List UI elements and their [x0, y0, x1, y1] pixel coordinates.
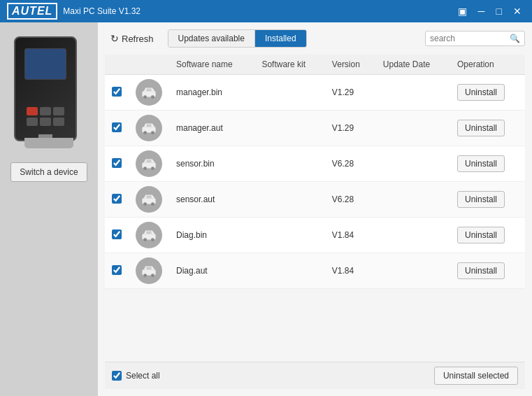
row-version: V1.29	[325, 111, 376, 146]
row-operation: Uninstall	[450, 146, 525, 182]
svg-rect-3	[146, 89, 151, 92]
row-checkbox-5[interactable]	[112, 265, 122, 275]
svg-point-6	[151, 131, 154, 134]
row-name: sensor.aut	[169, 182, 254, 218]
search-icon: 🔍	[510, 34, 520, 43]
row-kit	[254, 75, 324, 111]
device-btn-5	[40, 118, 51, 126]
svg-point-5	[143, 131, 147, 134]
svg-rect-19	[146, 232, 151, 234]
uninstall-button-2[interactable]: Uninstall	[457, 155, 505, 172]
col-software-kit: Software kit	[254, 55, 324, 75]
maximize-button[interactable]: □	[493, 5, 505, 17]
device-body	[14, 36, 77, 141]
tab-updates[interactable]: Updates available	[168, 30, 255, 47]
svg-point-22	[151, 274, 154, 277]
row-kit	[254, 182, 324, 218]
row-kit	[254, 111, 324, 146]
row-checkbox-cell	[105, 253, 129, 289]
row-icon-cell	[129, 111, 169, 146]
row-name: manager.bin	[169, 75, 254, 111]
table-row: sensor.aut V6.28 Uninstall	[105, 182, 525, 218]
svg-point-17	[143, 238, 147, 241]
device-btn-3	[53, 107, 64, 115]
car-icon-circle	[136, 186, 162, 213]
uninstall-selected-button[interactable]: Uninstall selected	[434, 367, 518, 385]
row-update-date	[376, 253, 450, 289]
svg-point-21	[143, 274, 147, 277]
row-checkbox-cell	[105, 146, 129, 182]
row-kit	[254, 218, 324, 253]
device-screen	[24, 48, 66, 80]
row-checkbox-3[interactable]	[112, 194, 122, 204]
refresh-icon: ↻	[110, 33, 119, 44]
car-icon	[141, 192, 157, 206]
footer-row: Select all Uninstall selected	[105, 362, 525, 389]
device-btn-1	[27, 107, 38, 115]
device-btn-2	[40, 107, 51, 115]
row-checkbox-1[interactable]	[112, 122, 122, 132]
row-name: manager.aut	[169, 111, 254, 146]
footer-left: Select all	[112, 371, 160, 381]
title-bar-left: AUTEL Maxi PC Suite V1.32	[7, 3, 141, 20]
close-button[interactable]: ✕	[510, 5, 525, 17]
toolbar: ↻ Refresh Updates available Installed 🔍	[105, 29, 525, 48]
device-stand	[24, 138, 73, 148]
row-checkbox-0[interactable]	[112, 87, 122, 97]
uninstall-button-0[interactable]: Uninstall	[457, 84, 505, 101]
uninstall-button-5[interactable]: Uninstall	[457, 262, 505, 279]
device-btn-6	[53, 118, 64, 126]
search-box: 🔍	[425, 31, 525, 46]
row-name: Diag.aut	[169, 253, 254, 289]
row-operation: Uninstall	[450, 218, 525, 253]
uninstall-button-1[interactable]: Uninstall	[457, 120, 505, 136]
title-bar-title: Maxi PC Suite V1.32	[63, 6, 141, 16]
search-input[interactable]	[430, 34, 507, 43]
row-checkbox-2[interactable]	[112, 158, 122, 168]
menu-button[interactable]: ▣	[454, 5, 470, 17]
select-all-label: Select all	[126, 371, 160, 381]
uninstall-button-4[interactable]: Uninstall	[457, 227, 505, 243]
svg-rect-15	[146, 196, 151, 199]
select-all-checkbox[interactable]	[112, 371, 122, 381]
car-icon-circle	[136, 150, 162, 177]
switch-device-button[interactable]: Switch a device	[10, 162, 87, 182]
row-name: Diag.bin	[169, 218, 254, 253]
row-checkbox-cell	[105, 75, 129, 111]
svg-point-1	[143, 95, 147, 99]
car-icon	[141, 85, 157, 99]
table-row: manager.bin V1.29 Uninstall	[105, 75, 525, 111]
autel-logo: AUTEL	[7, 3, 57, 20]
row-version: V1.29	[325, 75, 376, 111]
device-btn-4	[27, 118, 38, 126]
tab-group: Updates available Installed	[168, 29, 307, 48]
table-container: Software name Software kit Version Updat…	[105, 55, 525, 360]
row-icon-cell	[129, 253, 169, 289]
row-icon-cell	[129, 146, 169, 182]
row-kit	[254, 253, 324, 289]
table-row: Diag.bin V1.84 Uninstall	[105, 218, 525, 253]
svg-point-14	[151, 202, 154, 206]
device-image	[14, 36, 84, 148]
row-update-date	[376, 111, 450, 146]
tab-installed[interactable]: Installed	[255, 30, 306, 47]
col-software-name: Software name	[169, 55, 254, 75]
row-operation: Uninstall	[450, 111, 525, 146]
svg-rect-23	[146, 267, 151, 270]
car-icon	[141, 121, 157, 135]
row-update-date	[376, 182, 450, 218]
sidebar: Switch a device	[0, 22, 98, 396]
table-row: Diag.aut V1.84 Uninstall	[105, 253, 525, 289]
car-icon-circle	[136, 115, 162, 141]
row-version: V1.84	[325, 218, 376, 253]
uninstall-button-3[interactable]: Uninstall	[457, 191, 505, 208]
col-checkbox	[105, 55, 129, 75]
row-update-date	[376, 146, 450, 182]
col-update-date: Update Date	[376, 55, 450, 75]
col-version: Version	[325, 55, 376, 75]
minimize-button[interactable]: ─	[475, 5, 489, 17]
refresh-button[interactable]: ↻ Refresh	[105, 30, 159, 47]
row-operation: Uninstall	[450, 182, 525, 218]
row-checkbox-4[interactable]	[112, 229, 122, 239]
row-checkbox-cell	[105, 111, 129, 146]
